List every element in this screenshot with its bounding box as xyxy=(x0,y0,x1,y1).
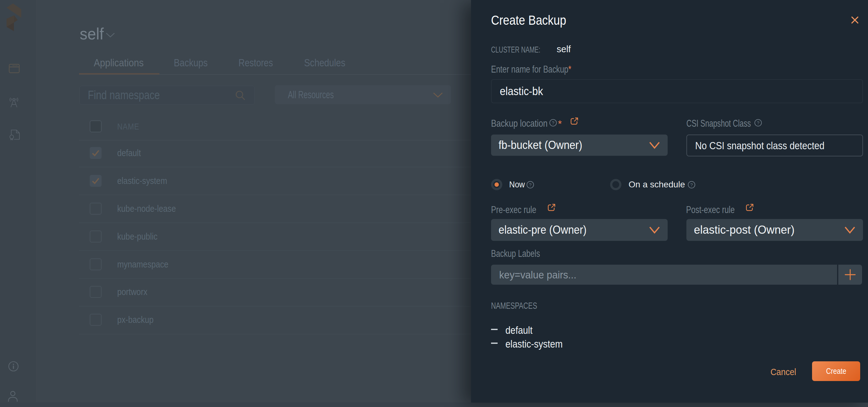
svg-text:?: ? xyxy=(757,120,759,125)
svg-text:?: ? xyxy=(552,120,554,125)
svg-text:?: ? xyxy=(690,182,693,187)
svg-text:?: ? xyxy=(529,182,531,187)
